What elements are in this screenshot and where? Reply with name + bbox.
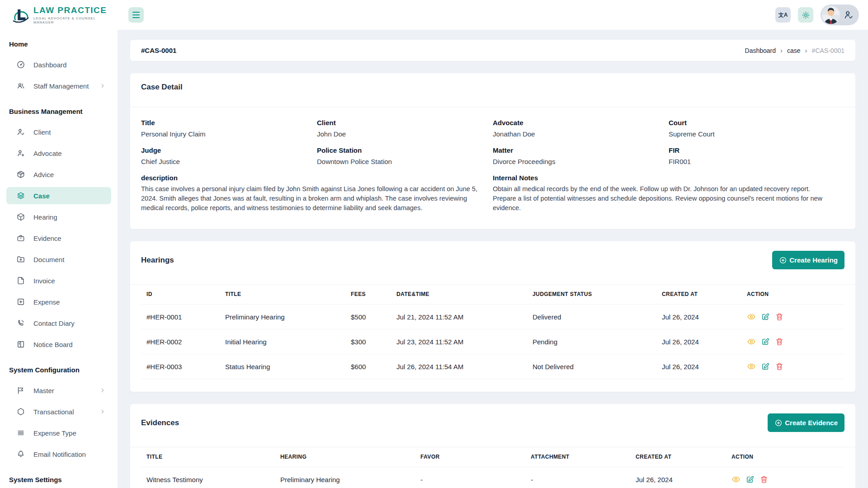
sidebar-item-expense-type[interactable]: Expense Type: [6, 424, 111, 441]
field-label: FIR: [669, 146, 844, 154]
column-header: ATTACHMENT: [527, 447, 632, 467]
column-header: CREATED AT: [658, 285, 743, 305]
sidebar-item-case[interactable]: Case: [6, 187, 111, 204]
sidebar-item-advice[interactable]: Advice: [6, 166, 111, 183]
file-icon: [16, 276, 25, 285]
evidence-favor: -: [417, 467, 527, 488]
hearing-id: #HER-0003: [141, 354, 222, 379]
briefcase-icon: [16, 234, 25, 243]
user-profile-button[interactable]: [821, 5, 859, 25]
hearings-title: Hearings: [141, 256, 174, 265]
sidebar-section-business-management: Business Management: [9, 108, 118, 116]
view-icon[interactable]: [731, 475, 741, 484]
edit-icon[interactable]: [761, 337, 770, 346]
view-icon[interactable]: [747, 337, 756, 346]
staff-icon: [16, 81, 25, 90]
evidence-created-at: Jul 26, 2024: [632, 467, 728, 488]
field-value: Supreme Court: [669, 129, 844, 139]
plus-square-icon: [16, 297, 25, 306]
evidence-title: Witness Testimony: [141, 467, 277, 488]
main-content: #CAS-0001 Dashboard › case › #CAS-0001 C…: [118, 30, 868, 488]
field-value: Personal Injury Claim: [141, 129, 317, 139]
brand-logo: LAW PRACTICE LEGAL ADVOCATE & COUNSEL MA…: [0, 5, 118, 24]
page-title: #CAS-0001: [141, 47, 176, 54]
hearing-status: Not Delivered: [529, 354, 658, 379]
view-icon[interactable]: [747, 362, 756, 371]
sidebar-item-staff-management[interactable]: Staff Management: [6, 77, 111, 94]
sidebar-item-email-notification[interactable]: Email Notification: [6, 446, 111, 463]
layers-icon: [16, 191, 25, 200]
field-value: Jonathan Doe: [493, 129, 669, 139]
edit-icon[interactable]: [761, 312, 770, 321]
sidebar-item-client[interactable]: Client: [6, 123, 111, 141]
create-hearing-button[interactable]: Create Hearing: [772, 251, 844, 269]
circle-plus-icon: [779, 256, 787, 264]
field-value: Divorce Proceedings: [493, 157, 669, 166]
language-translate-button[interactable]: 文A: [775, 7, 791, 23]
hearing-row: #HER-0003 Status Hearing $600 Jul 26, 20…: [141, 354, 844, 379]
hearing-row: #HER-0001 Preliminary Hearing $500 Jul 2…: [141, 305, 844, 329]
hearing-created-at: Jul 26, 2024: [658, 305, 743, 329]
sidebar-item-invoice[interactable]: Invoice: [6, 272, 111, 289]
evidence-attachment: -: [527, 467, 632, 488]
field-value: This case involves a personal injury cla…: [141, 184, 481, 213]
sidebar-item-contact-diary[interactable]: Contact Diary: [6, 314, 111, 332]
breadcrumb: Dashboard › case › #CAS-0001: [745, 47, 844, 54]
internal-notes-field: Internal Notes Obtain all medical record…: [493, 174, 844, 213]
detail-field: Judge Chief Justice: [141, 146, 317, 166]
dashboard-icon: [16, 60, 25, 69]
hearing-datetime: Jul 26, 2024 11:54 AM: [393, 354, 529, 379]
sidebar-item-expense[interactable]: Expense: [6, 293, 111, 310]
sidebar-item-notice-board[interactable]: Notice Board: [6, 336, 111, 353]
evidences-table: TITLEHEARINGFAVORATTACHMENTCREATED ATACT…: [141, 447, 844, 488]
field-value: Chief Justice: [141, 157, 317, 166]
delete-icon[interactable]: [775, 312, 784, 321]
hearing-title: Status Hearing: [222, 354, 347, 379]
hearing-title: Initial Hearing: [222, 329, 347, 354]
breadcrumb-dashboard[interactable]: Dashboard: [745, 47, 776, 54]
brand-name: LAW PRACTICE: [33, 5, 118, 15]
folder-plus-icon: [16, 255, 25, 264]
field-label: description: [141, 174, 481, 182]
settings-button[interactable]: [798, 7, 813, 23]
hearings-card: Hearings Create Hearing IDTITLEFEESDATE&…: [130, 241, 855, 392]
field-label: Police Station: [317, 146, 493, 154]
sidebar-section-system-configuration: System Configuration: [9, 366, 118, 374]
evidences-title: Evidences: [141, 418, 179, 427]
breadcrumb-case[interactable]: case: [787, 47, 801, 54]
field-value: Obtain all medical records by the end of…: [493, 184, 833, 213]
create-evidence-button[interactable]: Create Evidence: [768, 413, 844, 432]
edit-icon[interactable]: [761, 362, 770, 371]
hearing-id: #HER-0002: [141, 329, 222, 354]
column-header: TITLE: [141, 447, 277, 467]
delete-icon[interactable]: [775, 362, 784, 371]
sidebar-item-document[interactable]: Document: [6, 251, 111, 268]
person-check-icon: [16, 127, 25, 136]
delete-icon[interactable]: [760, 475, 769, 484]
menu-toggle-button[interactable]: [128, 7, 144, 23]
edit-icon[interactable]: [745, 475, 755, 484]
detail-field: Court Supreme Court: [669, 119, 844, 139]
row-actions: [747, 362, 841, 371]
topbar: LAW PRACTICE LEGAL ADVOCATE & COUNSEL MA…: [0, 0, 868, 30]
breadcrumb-separator-icon: ›: [780, 47, 783, 54]
delete-icon[interactable]: [775, 337, 784, 346]
evidence-row: Witness Testimony Preliminary Hearing - …: [141, 467, 844, 488]
hearing-created-at: Jul 26, 2024: [658, 354, 743, 379]
view-icon[interactable]: [747, 312, 756, 321]
column-header: FEES: [347, 285, 393, 305]
detail-field: Title Personal Injury Claim: [141, 119, 317, 139]
sidebar-item-master[interactable]: Master: [6, 382, 111, 399]
detail-field: Client John Doe: [317, 119, 493, 139]
sidebar-item-dashboard[interactable]: Dashboard: [6, 56, 111, 73]
list-lines-icon: [16, 428, 25, 437]
sidebar-item-transactional[interactable]: Transactional: [6, 403, 111, 420]
sidebar-section-system-settings: System Settings: [9, 476, 118, 484]
sidebar-item-hearing[interactable]: Hearing: [6, 208, 111, 225]
field-label: Judge: [141, 146, 317, 154]
sidebar-item-evidence[interactable]: Evidence: [6, 230, 111, 247]
board-icon: [16, 340, 25, 349]
sidebar-item-advocate[interactable]: Advocate: [6, 145, 111, 162]
hearing-id: #HER-0001: [141, 305, 222, 329]
hearings-table: IDTITLEFEESDATE&TIMEJUDGEMENT STATUSCREA…: [141, 285, 844, 379]
